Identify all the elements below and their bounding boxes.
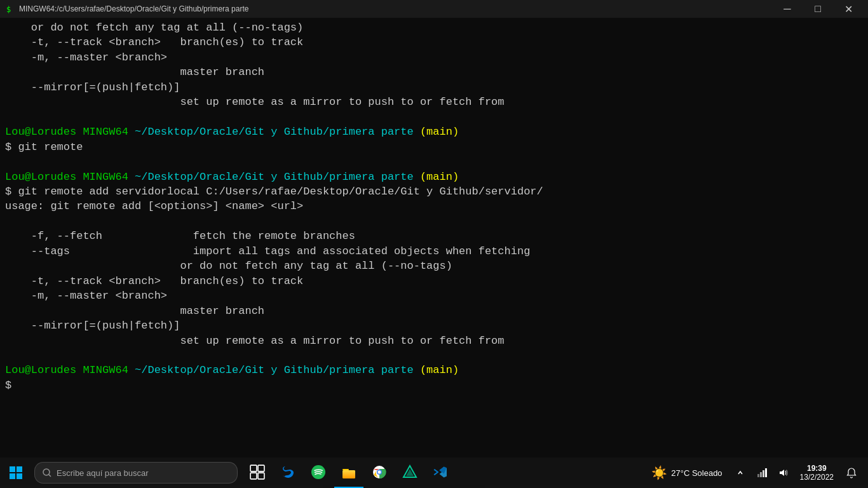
title-controls: ─ □ ✕: [773, 0, 863, 18]
svg-rect-11: [258, 473, 264, 479]
close-button[interactable]: ✕: [834, 0, 863, 18]
network-icon[interactable]: [752, 461, 772, 484]
svg-point-6: [43, 469, 50, 475]
svg-rect-8: [250, 465, 257, 471]
terminal-line: set up remote as a mirror to push to or …: [5, 95, 863, 109]
taskbar-right: ☀️ 27°C Soleado: [646, 458, 868, 488]
terminal-line: -f, --fetch fetch the remote branches: [5, 229, 863, 243]
start-button[interactable]: [0, 458, 32, 488]
terminal-line: -t, --track <branch> branch(es) to track: [5, 35, 863, 50]
notification-button[interactable]: [840, 458, 863, 488]
search-bar[interactable]: Escribe aquí para buscar: [34, 462, 238, 484]
terminal-line: --mirror[=(push|fetch)]: [5, 80, 863, 95]
terminal-blank: [5, 214, 863, 229]
terminal-line: -t, --track <branch> branch(es) to track: [5, 274, 863, 288]
gitkraken-button[interactable]: [395, 458, 424, 488]
title-bar: $ MINGW64:/c/Users/rafae/Desktop/Oracle/…: [0, 0, 868, 18]
terminal-content[interactable]: or do not fetch any tag at all (--no-tag…: [0, 18, 868, 458]
chevron-up-icon[interactable]: [730, 461, 750, 484]
terminal-line: -m, --master <branch>: [5, 288, 863, 303]
terminal-line: master branch: [5, 65, 863, 79]
prompt-line: Lou@Lorudes MINGW64 ~/Desktop/Oracle/Git…: [5, 125, 863, 139]
window-title: MINGW64:/c/Users/rafae/Desktop/Oracle/Gi…: [19, 4, 248, 13]
file-explorer-button[interactable]: [334, 458, 363, 488]
search-icon: [43, 468, 51, 477]
system-tray: [730, 461, 794, 484]
command-line: $ git remote add servidorlocal C:/Users/…: [5, 184, 863, 199]
terminal-line: or do not fetch any tag at all (--no-tag…: [5, 259, 863, 273]
terminal-line: --mirror[=(push|fetch)]: [5, 318, 863, 333]
svg-line-7: [49, 475, 51, 477]
terminal-line: usage: git remote add [<options>] <name>…: [5, 199, 863, 214]
edge-button[interactable]: [273, 458, 302, 488]
speaker-icon[interactable]: [773, 461, 794, 484]
search-placeholder: Escribe aquí para buscar: [57, 468, 149, 478]
svg-rect-15: [342, 470, 355, 478]
vscode-button[interactable]: [426, 458, 455, 488]
svg-text:$: $: [6, 5, 11, 14]
weather-text: 27°C Soleado: [671, 468, 722, 478]
svg-rect-5: [17, 473, 22, 479]
taskbar-icons: [243, 458, 455, 488]
svg-rect-24: [765, 468, 767, 477]
svg-point-12: [311, 465, 325, 479]
terminal-line: -m, --master <branch>: [5, 50, 863, 65]
taskbar: Escribe aquí para buscar: [0, 458, 868, 488]
task-view-button[interactable]: [243, 458, 272, 488]
svg-point-18: [378, 471, 381, 474]
title-bar-left: $ MINGW64:/c/Users/rafae/Desktop/Oracle/…: [5, 4, 248, 14]
clock-date: 13/2/2022: [800, 473, 834, 482]
svg-rect-23: [763, 470, 764, 477]
svg-rect-22: [760, 472, 762, 477]
command-line: $ git remote: [5, 140, 863, 154]
svg-rect-4: [10, 473, 15, 479]
terminal-line: master branch: [5, 304, 863, 318]
spotify-button[interactable]: [304, 458, 333, 488]
terminal-line: or do not fetch any tag at all (--no-tag…: [5, 20, 863, 35]
terminal-blank: [5, 110, 863, 125]
terminal-blank: [5, 348, 863, 363]
command-line: $: [5, 378, 863, 393]
svg-rect-9: [258, 465, 264, 471]
svg-rect-21: [757, 474, 759, 477]
minimize-button[interactable]: ─: [773, 0, 802, 18]
clock[interactable]: 19:39 13/2/2022: [796, 458, 837, 488]
prompt-line: Lou@Lorudes MINGW64 ~/Desktop/Oracle/Git…: [5, 170, 863, 184]
maximize-button[interactable]: □: [803, 0, 832, 18]
terminal-line: set up remote as a mirror to push to or …: [5, 334, 863, 348]
svg-rect-13: [342, 469, 349, 470]
clock-time: 19:39: [807, 464, 827, 473]
weather-widget[interactable]: ☀️ 27°C Soleado: [646, 458, 727, 488]
terminal-blank: [5, 154, 863, 169]
chrome-button[interactable]: [365, 458, 394, 488]
svg-rect-10: [250, 473, 257, 479]
prompt-line: Lou@Lorudes MINGW64 ~/Desktop/Oracle/Git…: [5, 363, 863, 377]
svg-rect-3: [17, 466, 22, 472]
terminal-line: --tags import all tags and associated ob…: [5, 244, 863, 259]
terminal-icon: $: [5, 4, 15, 14]
svg-rect-2: [10, 466, 15, 472]
